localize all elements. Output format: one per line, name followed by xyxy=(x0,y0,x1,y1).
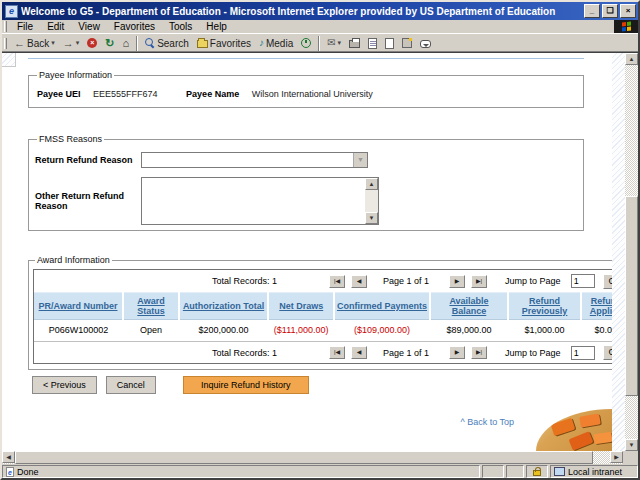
forward-button[interactable]: → ▾ xyxy=(59,36,84,50)
pager-top: Total Records: 1 |◀ ◀ Page 1 of 1 ▶ ▶| J… xyxy=(34,270,612,292)
document-icon xyxy=(385,38,394,49)
menu-help[interactable]: Help xyxy=(199,20,234,33)
refresh-button[interactable]: ↻ xyxy=(101,37,118,50)
scroll-right-icon[interactable]: ▶ xyxy=(610,451,623,463)
mail-dropdown-icon[interactable]: ▾ xyxy=(338,39,342,47)
col-available-balance[interactable]: Available Balance xyxy=(430,293,509,320)
award-table-header-row: PR/Award Number Award Status Authorizati… xyxy=(34,293,612,320)
total-records-label: Total Records: 1 xyxy=(212,348,277,358)
col-confirmed-payments[interactable]: Confirmed Payments xyxy=(334,293,429,320)
messenger-button[interactable] xyxy=(398,37,416,49)
cancel-button[interactable]: Cancel xyxy=(106,376,156,394)
edit-button[interactable] xyxy=(364,37,381,50)
other-return-refund-reason-textarea[interactable]: ▲ ▼ xyxy=(141,177,379,225)
toolbar-separator xyxy=(136,36,138,51)
next-page-button[interactable]: ▶ xyxy=(449,346,465,359)
jump-to-page-label: Jump to Page xyxy=(505,276,561,286)
jump-to-page-label: Jump to Page xyxy=(505,348,561,358)
ie-throbber xyxy=(614,20,638,33)
media-button[interactable]: ♪ Media xyxy=(255,37,297,50)
select-dropdown-arrow-icon[interactable]: ▼ xyxy=(353,153,367,167)
scroll-up-icon[interactable]: ▲ xyxy=(365,178,378,190)
scroll-down-icon[interactable]: ▼ xyxy=(625,439,638,451)
search-label: Search xyxy=(157,38,189,49)
scrollbar-corner xyxy=(623,451,638,464)
scroll-left-icon[interactable]: ◀ xyxy=(2,451,15,463)
history-button[interactable] xyxy=(297,37,315,49)
last-page-button[interactable]: ▶| xyxy=(471,275,487,288)
go-button[interactable]: Go xyxy=(603,345,612,360)
cell-refund-previously: $1,000.00 xyxy=(508,320,581,342)
favorites-label: Favorites xyxy=(210,38,251,49)
col-authorization-total[interactable]: Authorization Total xyxy=(179,293,268,320)
horizontal-scrollbar-track[interactable] xyxy=(593,451,610,464)
fmss-reasons-fieldset: FMSS Reasons Return Refund Reason ▼ Othe… xyxy=(28,134,584,231)
printer-icon xyxy=(349,40,360,48)
horizontal-scrollbar[interactable]: ◀ ▶ xyxy=(2,451,638,464)
fmss-reasons-legend: FMSS Reasons xyxy=(37,134,104,144)
textarea-scrollbar[interactable]: ▲ ▼ xyxy=(365,178,378,224)
favorites-button[interactable]: Favorites xyxy=(193,37,255,50)
last-page-button[interactable]: ▶| xyxy=(471,346,487,359)
browser-window: e Welcome to G5 - Department of Educatio… xyxy=(0,0,640,480)
forward-dropdown-icon[interactable]: ▾ xyxy=(76,39,80,47)
payee-uei-label: Payee UEI xyxy=(37,89,81,99)
document-button[interactable] xyxy=(381,37,398,50)
desk-shape xyxy=(593,432,612,444)
messenger-icon xyxy=(402,38,412,48)
security-pane xyxy=(526,465,548,478)
col-pr-award-number[interactable]: PR/Award Number xyxy=(34,293,123,320)
col-net-draws[interactable]: Net Draws xyxy=(268,293,334,320)
page-status-icon: e xyxy=(6,467,14,477)
menu-tools[interactable]: Tools xyxy=(162,20,199,33)
stop-button[interactable]: × xyxy=(83,37,101,49)
menu-favorites[interactable]: Favorites xyxy=(107,20,162,33)
previous-page-button[interactable]: ◀ xyxy=(351,275,367,288)
inquire-refund-history-button[interactable]: Inquire Refund History xyxy=(183,376,309,394)
col-refund-previously[interactable]: Refund Previously xyxy=(508,293,581,320)
next-page-button[interactable]: ▶ xyxy=(449,275,465,288)
restore-button[interactable]: ❏ xyxy=(602,4,618,18)
mail-button[interactable]: ✉ ▾ xyxy=(323,37,345,49)
payee-name-label: Payee Name xyxy=(186,89,239,99)
first-page-button[interactable]: |◀ xyxy=(329,346,345,359)
mail-icon: ✉ xyxy=(327,38,335,48)
print-button[interactable] xyxy=(345,37,364,49)
intranet-zone-icon xyxy=(554,467,565,476)
menu-view[interactable]: View xyxy=(71,20,107,33)
col-refund-applied[interactable]: Refund Applied xyxy=(581,293,612,320)
vertical-scrollbar-thumb[interactable] xyxy=(625,196,638,396)
cell-pr-award-number: P066W100002 xyxy=(34,320,123,342)
close-button[interactable]: × xyxy=(620,4,636,18)
standard-buttons-toolbar: ← Back ▾ → ▾ × ↻ ⌂ Search Favorites ♪ Me… xyxy=(2,34,638,52)
first-page-button[interactable]: |◀ xyxy=(329,275,345,288)
horizontal-scrollbar-thumb[interactable] xyxy=(15,451,593,464)
menu-edit[interactable]: Edit xyxy=(40,20,71,33)
back-to-top-link[interactable]: ^ Back to Top xyxy=(460,417,514,427)
search-button[interactable]: Search xyxy=(141,37,193,50)
media-label: Media xyxy=(266,38,293,49)
media-icon: ♪ xyxy=(259,38,264,48)
back-button[interactable]: ← Back ▾ xyxy=(10,36,59,50)
discuss-button[interactable] xyxy=(416,38,435,49)
payee-information-legend: Payee Information xyxy=(37,70,114,80)
return-refund-reason-select[interactable]: ▼ xyxy=(141,152,368,168)
jump-to-page-input[interactable] xyxy=(571,346,595,360)
back-dropdown-icon[interactable]: ▾ xyxy=(51,39,55,47)
window-title: Welcome to G5 - Department of Education … xyxy=(21,6,582,17)
scroll-up-icon[interactable]: ▲ xyxy=(625,53,638,65)
status-bar: e Done Local intranet xyxy=(2,464,638,478)
toolbar-grip[interactable] xyxy=(4,38,7,49)
header-divider-rule xyxy=(28,58,584,59)
col-award-status[interactable]: Award Status xyxy=(123,293,179,320)
go-button[interactable]: Go xyxy=(603,274,612,289)
minimize-button[interactable]: _ xyxy=(584,4,600,18)
previous-page-button[interactable]: ◀ xyxy=(351,346,367,359)
menu-grip[interactable] xyxy=(4,21,7,32)
previous-button[interactable]: < Previous xyxy=(32,376,97,394)
scroll-down-icon[interactable]: ▼ xyxy=(365,212,378,224)
home-button[interactable]: ⌂ xyxy=(118,37,133,50)
vertical-scrollbar[interactable]: ▲ ▼ xyxy=(625,53,638,451)
menu-file[interactable]: File xyxy=(10,20,40,33)
jump-to-page-input[interactable] xyxy=(571,274,595,288)
